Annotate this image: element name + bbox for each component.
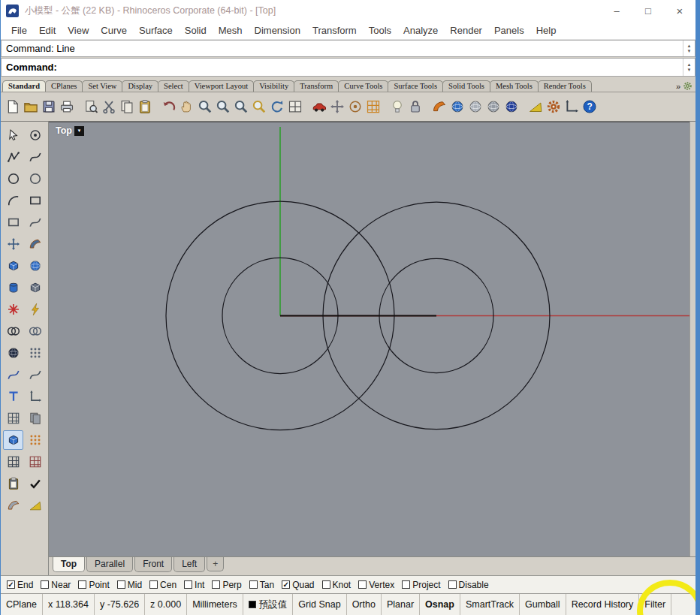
checkbox-tan[interactable] <box>249 580 258 589</box>
circle-icon[interactable] <box>3 169 23 188</box>
notes-icon[interactable] <box>527 98 545 116</box>
scroll-down-icon[interactable]: ▼ <box>687 49 692 54</box>
copy-object-icon[interactable] <box>346 98 364 116</box>
surface-gray-icon[interactable] <box>3 496 23 515</box>
text-icon[interactable] <box>3 387 23 406</box>
point-snap-grid-icon[interactable] <box>364 98 382 116</box>
toolbar-tab-set-view[interactable]: Set View <box>82 80 122 92</box>
annotate-icon[interactable] <box>25 408 45 428</box>
menu-solid[interactable]: Solid <box>179 23 213 38</box>
osnap-knot[interactable]: Knot <box>322 580 352 590</box>
status-y-coordinate[interactable]: y -75.626 <box>95 594 145 615</box>
toolbar-tab-viewport-layout[interactable]: Viewport Layout <box>189 80 254 92</box>
checkbox-near[interactable] <box>41 580 49 589</box>
menu-transform[interactable]: Transform <box>306 23 363 38</box>
command-prompt-scroll[interactable]: ▲ ▼ <box>683 59 695 76</box>
new-file-icon[interactable] <box>4 98 22 116</box>
cplane-tools-icon[interactable] <box>563 98 581 116</box>
osnap-tan[interactable]: Tan <box>249 580 274 590</box>
print-icon[interactable] <box>58 98 76 116</box>
select-icon[interactable] <box>3 125 23 145</box>
toolbar-tab-mesh-tools[interactable]: Mesh Tools <box>490 80 539 92</box>
scroll-up-icon[interactable]: ▲ <box>687 44 692 49</box>
status-smarttrack[interactable]: SmartTrack <box>460 594 520 615</box>
print-preview-icon[interactable] <box>82 98 100 116</box>
scroll-down-icon[interactable]: ▼ <box>687 68 692 73</box>
box-display-icon[interactable] <box>3 430 23 450</box>
status-x-coordinate[interactable]: x 118.364 <box>43 594 95 615</box>
menu-edit[interactable]: Edit <box>33 23 62 38</box>
mesh-sphere-icon[interactable] <box>3 343 23 363</box>
checkbox-int[interactable] <box>184 580 192 589</box>
arc-icon[interactable] <box>3 191 23 210</box>
zoom-extents-icon[interactable] <box>232 98 250 116</box>
viewport-tab-front[interactable]: Front <box>134 557 172 572</box>
copy-icon[interactable] <box>118 98 136 116</box>
toolbar-tab-render-tools[interactable]: Render Tools <box>538 80 592 92</box>
osnap-point[interactable]: Point <box>78 580 109 590</box>
explode-icon[interactable] <box>3 300 23 319</box>
point-display-icon[interactable] <box>25 430 45 450</box>
menu-help[interactable]: Help <box>530 23 563 38</box>
status-planar[interactable]: Planar <box>382 594 420 615</box>
status-filter[interactable]: Filter <box>639 594 671 615</box>
curve-edit-icon[interactable] <box>25 365 45 384</box>
wireframe-display-icon[interactable] <box>448 98 466 116</box>
undo-icon[interactable] <box>160 98 178 116</box>
checkbox-disable[interactable] <box>448 580 457 589</box>
freeform-curve-icon[interactable] <box>25 213 45 232</box>
viewport-tab-top[interactable]: Top <box>53 557 85 572</box>
toolbar-tab-select[interactable]: Select <box>158 80 189 92</box>
menu-view[interactable]: View <box>62 23 95 38</box>
named-views-icon[interactable] <box>310 98 328 116</box>
lock-icon[interactable] <box>406 98 424 116</box>
status-record-history[interactable]: Record History <box>566 594 640 615</box>
checkbox-point[interactable] <box>78 580 86 589</box>
toolbar-tab-solid-tools[interactable]: Solid Tools <box>442 80 490 92</box>
move-icon[interactable] <box>328 98 346 116</box>
command-prompt-text[interactable]: Command: <box>2 59 683 76</box>
close-button[interactable]: × <box>664 0 695 21</box>
gear-icon[interactable] <box>683 81 692 91</box>
zoom-selected-icon[interactable] <box>250 98 268 116</box>
viewport-tab-left[interactable]: Left <box>173 557 205 572</box>
open-file-icon[interactable] <box>22 98 40 116</box>
solid-tools-icon[interactable] <box>25 278 45 297</box>
status-gumball[interactable]: Gumball <box>520 594 566 615</box>
status-z-coordinate[interactable]: z 0.000 <box>145 594 187 615</box>
paste-icon[interactable] <box>136 98 154 116</box>
cut-icon[interactable] <box>100 98 118 116</box>
menu-file[interactable]: File <box>5 23 33 38</box>
scroll-up-icon[interactable]: ▲ <box>687 62 692 68</box>
menu-dimension[interactable]: Dimension <box>249 23 306 38</box>
rectangle-icon[interactable] <box>25 191 45 210</box>
polyline-icon[interactable] <box>3 147 23 167</box>
toolbar-tab-surface-tools[interactable]: Surface Tools <box>388 80 443 92</box>
menu-tools[interactable]: Tools <box>363 23 397 38</box>
menu-surface[interactable]: Surface <box>133 23 179 38</box>
surface-tools-icon[interactable] <box>430 98 448 116</box>
status-grid-snap[interactable]: Grid Snap <box>293 594 346 615</box>
toolbar-tab-cplanes[interactable]: CPlanes <box>45 80 83 92</box>
command-prompt-box[interactable]: Command: ▲ ▼ <box>1 58 695 77</box>
surface-plane-icon[interactable] <box>3 234 23 254</box>
polygon-icon[interactable] <box>3 213 23 232</box>
zoom-dynamic-icon[interactable] <box>196 98 214 116</box>
checkbox-knot[interactable] <box>322 580 330 589</box>
osnap-disable[interactable]: Disable <box>448 580 489 590</box>
block-icon[interactable] <box>25 452 45 472</box>
status-units[interactable]: Millimeters <box>187 594 243 615</box>
save-icon[interactable] <box>40 98 58 116</box>
menu-mesh[interactable]: Mesh <box>213 23 249 38</box>
wedge-icon[interactable] <box>25 496 45 515</box>
checkbox-mid[interactable] <box>117 580 125 589</box>
rotate-view-icon[interactable] <box>268 98 286 116</box>
menu-panels[interactable]: Panels <box>488 23 530 38</box>
pan-icon[interactable] <box>178 98 196 116</box>
menu-analyze[interactable]: Analyze <box>397 23 444 38</box>
status-layer[interactable]: 預設值 <box>243 594 294 615</box>
osnap-cen[interactable]: Cen <box>149 580 177 590</box>
trim-icon[interactable] <box>25 300 45 319</box>
osnap-int[interactable]: Int <box>184 580 204 590</box>
toolbar-tab-curve-tools[interactable]: Curve Tools <box>338 80 388 92</box>
